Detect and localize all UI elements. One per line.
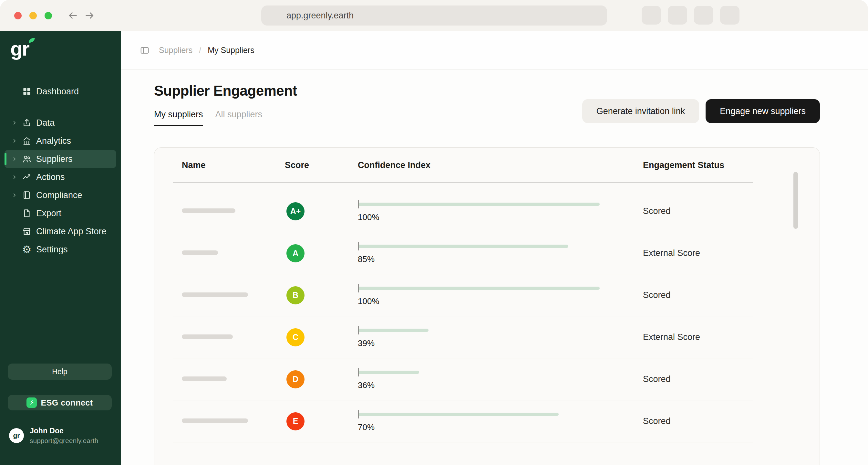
address-bar-url: app.greenly.earth	[286, 11, 353, 21]
browser-toolbar-actions	[642, 6, 740, 25]
logo-text: gr	[10, 37, 29, 60]
user-name: John Doe	[30, 427, 98, 435]
engage-new-suppliers-button[interactable]: Engage new suppliers	[706, 99, 820, 123]
browser-window: app.greenly.earth gr Dashboard	[0, 0, 868, 465]
leaf-icon	[28, 37, 35, 43]
browser-action-button-1[interactable]	[642, 6, 661, 25]
name-placeholder	[182, 292, 248, 297]
window-close-button[interactable]	[14, 12, 22, 19]
score-badge: A	[286, 244, 305, 262]
sidebar-item-actions[interactable]: Actions	[4, 168, 116, 186]
sidebar-item-label: Data	[36, 118, 55, 128]
confidence-bar-track	[359, 329, 600, 332]
trend-icon	[21, 172, 32, 182]
chevron-right-icon	[10, 190, 20, 200]
sidebar-item-data[interactable]: Data	[4, 114, 116, 132]
browser-forward-button[interactable]	[83, 9, 96, 22]
confidence-bar-fill	[359, 244, 568, 248]
browser-back-button[interactable]	[66, 9, 79, 22]
bank-icon	[21, 136, 32, 146]
sidebar-item-label: Settings	[36, 244, 68, 255]
confidence-bar-fill	[359, 287, 600, 290]
confidence-value: 39%	[358, 338, 643, 348]
confidence-value: 100%	[358, 296, 643, 306]
people-icon	[21, 153, 32, 165]
avatar: gr	[9, 428, 24, 443]
engagement-status: Scored	[643, 290, 671, 300]
chevron-right-icon	[10, 118, 20, 128]
sidebar: gr Dashboard Data Analytics	[0, 31, 121, 465]
sidebar-item-analytics[interactable]: Analytics	[4, 132, 116, 150]
upload-icon	[21, 117, 32, 128]
esg-connect-badge[interactable]: ⚡ ESG connect	[8, 395, 112, 410]
confidence-value: 100%	[358, 212, 643, 222]
chevron-right-icon	[10, 172, 20, 182]
engagement-status: Scored	[643, 416, 671, 426]
confidence-bar-fill	[359, 413, 559, 416]
action-buttons: Generate invitation link Engage new supp…	[582, 99, 820, 123]
score-badge: B	[286, 286, 305, 304]
sidebar-item-suppliers[interactable]: Suppliers	[4, 150, 116, 168]
sidebar-item-export[interactable]: Export	[4, 204, 116, 222]
confidence-value: 85%	[358, 254, 643, 264]
name-placeholder	[182, 208, 236, 213]
sidebar-item-label: Export	[36, 208, 61, 219]
table-row[interactable]: E 70% Scored	[173, 400, 753, 442]
user-email: support@greenly.earth	[30, 437, 98, 445]
tab-bar: My suppliers All suppliers	[154, 110, 262, 126]
window-minimize-button[interactable]	[29, 12, 37, 19]
confidence-bar-track	[359, 371, 600, 374]
score-badge: E	[286, 412, 305, 430]
browser-action-button-3[interactable]	[694, 6, 713, 25]
score-badge: A+	[286, 202, 305, 221]
confidence-bar-fill	[359, 329, 429, 332]
sidebar-item-label: Actions	[36, 172, 65, 182]
browser-action-button-4[interactable]	[720, 6, 740, 25]
breadcrumb-separator: /	[199, 46, 201, 55]
esg-connect-label: ESG connect	[41, 398, 93, 407]
confidence-value: 70%	[358, 423, 643, 432]
table-row[interactable]: A 85% External Score	[173, 232, 753, 274]
engagement-status: Scored	[643, 206, 671, 216]
chevron-right-icon	[10, 136, 20, 146]
help-button[interactable]: Help	[8, 364, 112, 380]
confidence-bar-fill	[359, 371, 419, 374]
name-placeholder	[182, 418, 248, 423]
breadcrumb-current: My Suppliers	[208, 46, 254, 55]
table-row[interactable]: A+ 100% Scored	[173, 190, 753, 232]
sidebar-item-climate-app-store[interactable]: Climate App Store	[4, 222, 116, 240]
scrollbar-thumb[interactable]	[794, 172, 798, 229]
greenly-logo[interactable]: gr	[10, 39, 29, 59]
sidebar-item-dashboard[interactable]: Dashboard	[4, 82, 116, 100]
chevron-right-icon	[10, 154, 20, 164]
main-content: Suppliers / My Suppliers Supplier Engage…	[121, 31, 868, 465]
help-label: Help	[52, 368, 67, 376]
table-row[interactable]: B 100% Scored	[173, 274, 753, 316]
tab-all-suppliers[interactable]: All suppliers	[215, 110, 262, 126]
column-header-name: Name	[182, 160, 285, 170]
sidebar-item-settings[interactable]: ⚙ Settings	[4, 240, 116, 259]
generate-invitation-link-button[interactable]: Generate invitation link	[582, 99, 700, 123]
name-placeholder	[182, 251, 218, 255]
user-profile[interactable]: gr John Doe support@greenly.earth	[9, 427, 98, 445]
sidebar-nav: Dashboard Data Analytics Suppliers A	[4, 82, 116, 264]
grid-icon	[21, 86, 32, 97]
column-header-score: Score	[285, 160, 358, 170]
sidebar-item-compliance[interactable]: Compliance	[4, 186, 116, 204]
column-header-confidence-index: Confidence Index	[358, 160, 643, 170]
sidebar-item-label: Dashboard	[36, 87, 79, 97]
sidebar-item-label: Analytics	[36, 136, 71, 146]
tab-my-suppliers[interactable]: My suppliers	[154, 110, 203, 126]
table-row[interactable]: D 36% Scored	[173, 358, 753, 400]
confidence-bar-track	[359, 287, 600, 290]
table-body: A+ 100% Scored A 85%	[173, 183, 753, 442]
name-placeholder	[182, 335, 233, 339]
engagement-status: Scored	[643, 374, 671, 384]
browser-action-button-2[interactable]	[668, 6, 687, 25]
confidence-bar-fill	[359, 203, 600, 206]
window-zoom-button[interactable]	[44, 12, 52, 19]
breadcrumb-parent[interactable]: Suppliers	[159, 46, 192, 55]
table-row[interactable]: C 39% External Score	[173, 316, 753, 358]
sidebar-toggle-icon[interactable]	[140, 45, 150, 56]
address-bar[interactable]: app.greenly.earth	[261, 5, 607, 26]
